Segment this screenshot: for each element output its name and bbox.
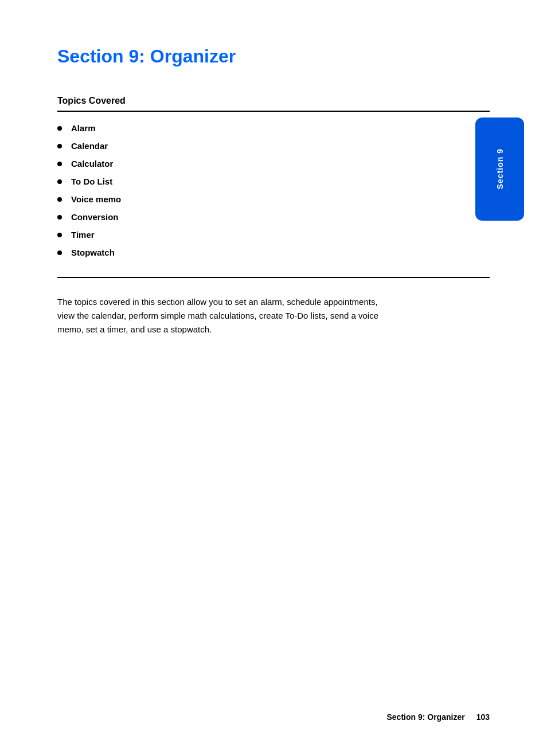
- list-item: Calendar: [57, 141, 490, 151]
- topic-label: Conversion: [71, 212, 119, 222]
- bottom-divider: [57, 277, 490, 278]
- topic-label: Calculator: [71, 159, 113, 169]
- list-item: Calculator: [57, 159, 490, 169]
- topic-label: Calendar: [71, 141, 108, 151]
- bullet-icon: [57, 250, 62, 255]
- bullet-icon: [57, 144, 62, 148]
- footer-page-number: 103: [476, 712, 490, 722]
- topics-list: Alarm Calendar Calculator To Do List Voi…: [57, 123, 490, 265]
- topic-label: To Do List: [71, 177, 112, 186]
- bullet-icon: [57, 215, 62, 220]
- list-item: Alarm: [57, 123, 490, 133]
- bullet-icon: [57, 126, 62, 131]
- section-tab-label: Section 9: [495, 148, 505, 189]
- list-item: Timer: [57, 230, 490, 240]
- section-title: Section 9: Organizer: [57, 46, 490, 67]
- topics-content: Alarm Calendar Calculator To Do List Voi…: [57, 123, 490, 265]
- footer-label: Section 9: Organizer: [386, 712, 464, 722]
- topic-label: Timer: [71, 230, 95, 240]
- topics-header: Topics Covered: [57, 96, 490, 112]
- bullet-icon: [57, 197, 62, 202]
- list-item: Conversion: [57, 212, 490, 222]
- topics-section: Topics Covered Alarm Calendar Calculator: [57, 96, 490, 278]
- topic-label: Alarm: [71, 123, 96, 133]
- list-item: To Do List: [57, 177, 490, 186]
- page-footer: Section 9: Organizer 103: [386, 712, 490, 722]
- topic-label: Voice memo: [71, 194, 121, 204]
- section-tab: Section 9: [475, 117, 524, 221]
- bullet-icon: [57, 233, 62, 237]
- bullet-icon: [57, 162, 62, 166]
- page-container: Section 9: Organizer Topics Covered Alar…: [0, 0, 547, 756]
- topic-label: Stopwatch: [71, 248, 115, 257]
- description-text: The topics covered in this section allow…: [57, 295, 378, 336]
- list-item: Stopwatch: [57, 248, 490, 257]
- bullet-icon: [57, 179, 62, 184]
- list-item: Voice memo: [57, 194, 490, 204]
